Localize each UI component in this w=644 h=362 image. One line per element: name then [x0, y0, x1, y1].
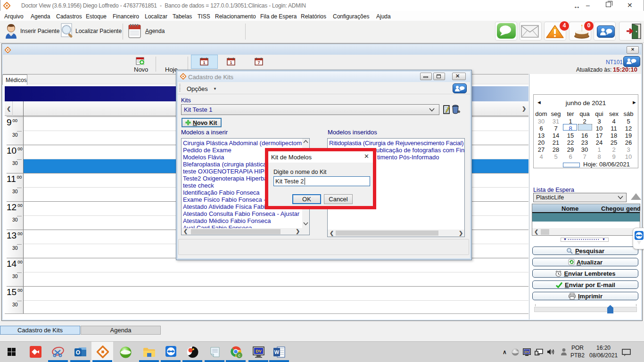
svg-text:O: O: [76, 349, 80, 356]
svg-text:DV: DV: [256, 349, 262, 354]
svg-text:DV: DV: [525, 350, 529, 354]
svg-text:1: 1: [203, 60, 205, 65]
svg-text:c: c: [238, 353, 240, 358]
svg-text:7: 7: [257, 60, 260, 65]
svg-text:W: W: [274, 349, 280, 355]
svg-text:1: 1: [230, 60, 232, 65]
